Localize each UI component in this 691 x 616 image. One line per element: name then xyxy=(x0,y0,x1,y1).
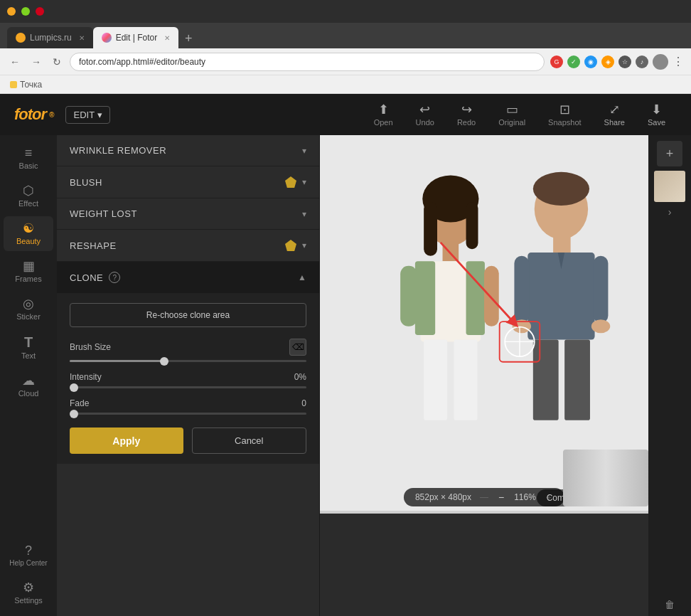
share-button[interactable]: ⤢ Share xyxy=(593,99,636,131)
eraser-icon[interactable]: ⌫ xyxy=(289,339,306,356)
zoom-level: 116% xyxy=(514,492,536,502)
extension-icon-2[interactable]: ✓ xyxy=(567,55,580,68)
address-input[interactable] xyxy=(70,53,545,71)
fade-label: Fade xyxy=(70,398,89,408)
sidebar-item-beauty[interactable]: ☯ Beauty xyxy=(4,216,53,251)
close-button[interactable] xyxy=(36,7,44,16)
sidebar-item-frames[interactable]: ▦ Frames xyxy=(4,254,53,289)
sidebar-label-text: Text xyxy=(21,351,36,360)
wrinkle-chevron: ▾ xyxy=(302,146,306,156)
canvas-area[interactable]: 852px × 480px — − 116% + Compare xyxy=(320,135,648,514)
sidebar-item-settings[interactable]: ⚙ Settings xyxy=(4,575,53,610)
menu-button[interactable]: ⋮ xyxy=(673,55,684,68)
svg-rect-22 xyxy=(533,340,559,420)
sidebar-label-beauty: Beauty xyxy=(16,237,41,245)
beauty-icon: ☯ xyxy=(23,222,34,235)
bookmark-bar: Точка xyxy=(0,75,691,94)
weight-row[interactable]: WEIGHT LOST ▾ xyxy=(57,198,319,229)
snapshot-button[interactable]: ⊡ Snapshot xyxy=(537,99,592,131)
original-icon: ▭ xyxy=(506,103,518,116)
extension-icon-6[interactable]: ♪ xyxy=(636,55,648,68)
basic-icon: ≡ xyxy=(25,147,33,159)
sidebar-item-effect[interactable]: ⬡ Effect xyxy=(4,179,53,213)
address-bar: ← → ↻ G ✓ ◉ ◈ ☆ ♪ ⋮ xyxy=(0,48,691,75)
intensity-control: Intensity 0% xyxy=(70,372,306,388)
sidebar-item-sticker[interactable]: ◎ Sticker xyxy=(4,292,53,326)
clone-collapse-arrow[interactable]: ▲ xyxy=(298,272,306,282)
right-add-button[interactable]: + xyxy=(657,141,682,166)
brush-size-label: Brush Size xyxy=(70,342,111,352)
edit-label: EDIT xyxy=(73,110,95,120)
maximize-button[interactable] xyxy=(21,7,30,16)
extension-icon-3[interactable]: ◉ xyxy=(584,55,597,68)
blush-premium-badge xyxy=(285,176,296,188)
sidebar-label-help: Help Center xyxy=(9,559,47,567)
sidebar-label-settings: Settings xyxy=(14,596,43,605)
profile-avatar[interactable] xyxy=(653,54,668,70)
intensity-slider[interactable] xyxy=(70,386,306,388)
open-button[interactable]: ⬆ Open xyxy=(363,99,405,131)
sidebar-item-help[interactable]: ? Help Center xyxy=(4,538,53,573)
sidebar-item-basic[interactable]: ≡ Basic xyxy=(4,141,53,176)
app-toolbar: fotor® EDIT ▾ ⬆ Open ↩ Undo ↪ Redo ▭ Ori… xyxy=(0,94,691,135)
save-icon: ⬇ xyxy=(651,103,662,116)
lumpics-favicon xyxy=(16,33,26,43)
sidebar-item-text[interactable]: T Text xyxy=(4,329,53,366)
extension-icon-1[interactable]: G xyxy=(550,55,563,68)
effect-icon: ⬡ xyxy=(23,184,34,197)
bookmark-item[interactable]: Точка xyxy=(10,80,42,90)
undo-icon: ↩ xyxy=(419,103,430,116)
open-icon: ⬆ xyxy=(378,103,389,116)
reshape-chevron: ▾ xyxy=(302,240,306,250)
main-area: ≡ Basic ⬡ Effect ☯ Beauty ▦ Frames ◎ Sti… xyxy=(0,135,691,616)
fotor-favicon xyxy=(102,33,112,43)
svg-rect-23 xyxy=(564,340,590,420)
new-tab-button[interactable]: + xyxy=(178,28,198,48)
tab-lumpics[interactable]: Lumpics.ru ✕ xyxy=(7,27,93,48)
thumbnail-1[interactable] xyxy=(654,171,685,202)
zoom-out-button[interactable]: − xyxy=(497,492,505,503)
tab-fotor[interactable]: Edit | Fotor ✕ xyxy=(93,27,178,48)
forward-button[interactable]: → xyxy=(28,55,44,69)
redo-button[interactable]: ↪ Redo xyxy=(446,99,487,131)
reshape-premium-badge xyxy=(285,240,296,251)
blush-row[interactable]: BLUSH ▾ xyxy=(57,166,319,198)
undo-button[interactable]: ↩ Undo xyxy=(405,99,446,131)
edit-menu[interactable]: EDIT ▾ xyxy=(65,106,110,124)
sidebar-label-basic: Basic xyxy=(19,161,38,170)
window-controls[interactable] xyxy=(7,7,44,16)
save-button[interactable]: ⬇ Save xyxy=(636,99,677,131)
right-chevron-icon[interactable]: › xyxy=(668,206,672,218)
clone-section: CLONE ? ▲ Re-choose clone area Brush Siz… xyxy=(57,262,319,464)
intensity-label: Intensity xyxy=(70,372,102,382)
extension-icon-4[interactable]: ◈ xyxy=(601,55,614,68)
clone-help-icon[interactable]: ? xyxy=(109,272,120,283)
svg-rect-15 xyxy=(553,235,571,253)
trash-icon[interactable]: 🗑 xyxy=(665,599,675,610)
apply-button[interactable]: Apply xyxy=(70,428,183,454)
fotor-logo: fotor® xyxy=(14,105,54,124)
reload-button[interactable]: ↻ xyxy=(50,55,64,69)
sidebar-item-cloud[interactable]: ☁ Cloud xyxy=(4,368,53,403)
clone-content: Re-choose clone area Brush Size ⌫ xyxy=(57,293,319,464)
brush-size-slider[interactable] xyxy=(70,360,306,362)
weight-chevron: ▾ xyxy=(302,209,306,219)
canvas-dimensions: 852px × 480px xyxy=(415,492,471,502)
extension-icon-5[interactable]: ☆ xyxy=(618,55,631,68)
rechose-clone-button[interactable]: Re-choose clone area xyxy=(70,303,306,327)
fade-slider[interactable] xyxy=(70,413,306,415)
clone-header[interactable]: CLONE ? ▲ xyxy=(57,262,319,293)
back-button[interactable]: ← xyxy=(7,55,23,69)
wrinkle-remover-row[interactable]: WRINKLE REMOVER ▾ xyxy=(57,135,319,166)
minimize-button[interactable] xyxy=(7,7,16,16)
tab-bar: Lumpics.ru ✕ Edit | Fotor ✕ + xyxy=(0,23,691,48)
tab-fotor-close[interactable]: ✕ xyxy=(164,34,170,42)
tab-lumpics-close[interactable]: ✕ xyxy=(79,34,85,42)
original-button[interactable]: ▭ Original xyxy=(487,99,537,131)
cancel-button[interactable]: Cancel xyxy=(192,428,307,454)
share-icon: ⤢ xyxy=(609,103,620,116)
svg-point-21 xyxy=(591,319,610,333)
weight-label: WEIGHT LOST xyxy=(70,208,137,219)
svg-rect-4 xyxy=(466,202,478,249)
reshape-row[interactable]: RESHAPE ▾ xyxy=(57,230,319,261)
